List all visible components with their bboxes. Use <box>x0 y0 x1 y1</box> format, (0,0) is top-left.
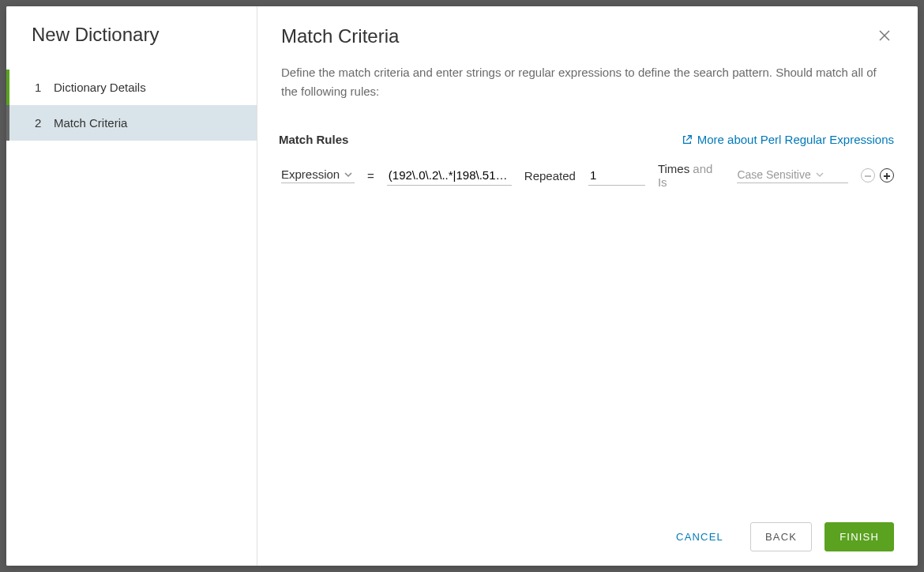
new-dictionary-modal: New Dictionary 1 Dictionary Details 2 Ma… <box>6 6 918 566</box>
plus-icon <box>883 169 891 183</box>
times-label: Times <box>658 162 689 175</box>
chevron-down-icon <box>816 167 824 181</box>
wizard-main: Match Criteria Define the match criteria… <box>257 6 918 566</box>
cancel-button[interactable]: CANCEL <box>662 523 738 551</box>
match-rules-label: Match Rules <box>279 133 348 146</box>
step-list: 1 Dictionary Details 2 Match Criteria <box>6 70 257 141</box>
chevron-down-icon <box>344 167 352 181</box>
page-title: Match Criteria <box>281 25 399 47</box>
step-label: Match Criteria <box>54 116 127 130</box>
rule-type-select[interactable]: Expression <box>281 167 355 183</box>
times-and-is: Times and Is <box>658 162 724 189</box>
step-match-criteria[interactable]: 2 Match Criteria <box>6 105 257 141</box>
modal-backdrop: New Dictionary 1 Dictionary Details 2 Ma… <box>0 0 924 572</box>
rule-type-value: Expression <box>281 167 340 181</box>
repeat-count-input[interactable] <box>588 165 645 186</box>
case-sensitivity-select[interactable]: Case Sensitive <box>737 167 848 183</box>
wizard-footer: CANCEL BACK FINISH <box>257 508 918 566</box>
repeated-label: Repeated <box>524 169 576 183</box>
rule-value-input[interactable] <box>387 165 512 186</box>
rules-header: Match Rules More about Perl Regular Expr… <box>257 101 918 146</box>
perl-regex-help-link[interactable]: More about Perl Regular Expressions <box>682 133 894 146</box>
match-rule-row: Expression = Repeated Times and Is Case … <box>257 146 918 189</box>
step-dictionary-details[interactable]: 1 Dictionary Details <box>6 70 257 105</box>
external-link-icon <box>682 134 693 145</box>
main-header: Match Criteria <box>257 6 918 47</box>
back-button[interactable]: BACK <box>750 522 812 551</box>
minus-icon <box>864 169 872 183</box>
step-number: 2 <box>35 116 54 130</box>
close-icon <box>878 28 891 45</box>
close-button[interactable] <box>875 25 894 47</box>
equals-sign: = <box>367 169 374 183</box>
wizard-sidebar: New Dictionary 1 Dictionary Details 2 Ma… <box>6 6 257 566</box>
remove-rule-button[interactable] <box>861 168 875 183</box>
step-number: 1 <box>35 81 54 94</box>
wizard-title: New Dictionary <box>6 24 257 70</box>
add-rule-button[interactable] <box>880 168 894 183</box>
step-label: Dictionary Details <box>54 81 146 94</box>
rule-row-actions <box>861 168 894 183</box>
help-link-text: More about Perl Regular Expressions <box>697 133 894 146</box>
finish-button[interactable]: FINISH <box>824 522 894 551</box>
case-placeholder: Case Sensitive <box>737 168 810 181</box>
description-text: Define the match criteria and enter stri… <box>257 47 918 101</box>
